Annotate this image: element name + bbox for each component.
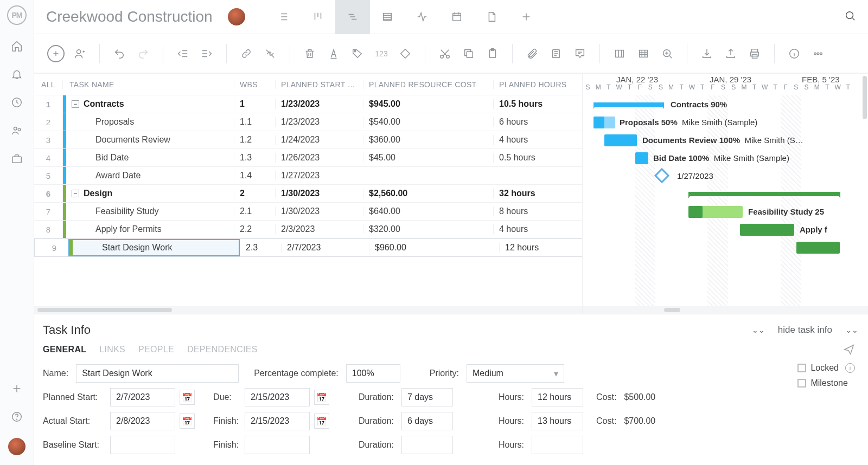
- chevron-down-icon[interactable]: ⌄⌄: [845, 326, 858, 334]
- calendar-icon[interactable]: 📅: [180, 414, 195, 429]
- add-person-button[interactable]: [71, 45, 88, 62]
- table-row[interactable]: 4Bid Date1.31/26/2023$45.000.5 hours: [34, 149, 582, 167]
- table-row[interactable]: 9Start Design Work2.32/7/2023$960.0012 h…: [34, 238, 582, 257]
- table-row[interactable]: 1−Contracts11/23/2023$945.0010.5 hours: [34, 95, 582, 113]
- bfinish-input[interactable]: [245, 436, 310, 454]
- plus-icon[interactable]: [10, 382, 24, 396]
- note-button[interactable]: [547, 45, 565, 62]
- milestone-marker[interactable]: [654, 168, 669, 183]
- view-gantt-icon[interactable]: [335, 0, 370, 34]
- undo-button[interactable]: [111, 45, 128, 62]
- col-hours[interactable]: PLANNED HOURS: [493, 80, 579, 89]
- bdur-input[interactable]: [401, 436, 453, 454]
- pct-input[interactable]: [346, 364, 400, 383]
- clock-icon[interactable]: [10, 95, 24, 109]
- text-format-button[interactable]: [325, 45, 342, 62]
- astart-input[interactable]: [110, 412, 175, 430]
- collapse-icon[interactable]: −: [72, 190, 79, 197]
- view-calendar-icon[interactable]: [439, 0, 474, 34]
- tag-button[interactable]: [349, 45, 366, 62]
- table-row[interactable]: 5Award Date1.41/27/2023: [34, 167, 582, 185]
- home-icon[interactable]: [10, 39, 24, 53]
- search-icon[interactable]: [844, 10, 856, 24]
- help-icon[interactable]: [10, 410, 24, 424]
- attach-button[interactable]: [524, 45, 541, 62]
- unlink-button[interactable]: [261, 45, 279, 62]
- priority-select[interactable]: Medium: [467, 364, 564, 383]
- ahrs-input[interactable]: [532, 412, 583, 430]
- send-icon[interactable]: [843, 344, 855, 358]
- info-button[interactable]: [786, 45, 803, 62]
- info-icon[interactable]: i: [845, 363, 855, 373]
- col-all[interactable]: ALL: [34, 80, 62, 89]
- table-row[interactable]: 8Apply for Permits2.22/3/2023$320.004 ho…: [34, 221, 582, 238]
- people-icon[interactable]: [10, 124, 24, 138]
- milestone-icon[interactable]: [397, 45, 414, 62]
- table-row[interactable]: 2Proposals1.11/23/2023$540.006 hours: [34, 113, 582, 131]
- table-row[interactable]: 7Feasibility Study2.11/30/2023$640.008 h…: [34, 203, 582, 221]
- due-input[interactable]: [245, 388, 310, 406]
- gantt-horizontal-scrollbar[interactable]: [583, 306, 868, 314]
- zoom-button[interactable]: [659, 45, 676, 62]
- calendar-icon[interactable]: 📅: [314, 414, 329, 429]
- add-task-button[interactable]: [47, 45, 65, 62]
- gantt-vertical-scrollbar[interactable]: [863, 76, 867, 119]
- import-button[interactable]: [698, 45, 716, 62]
- outdent-button[interactable]: [174, 45, 192, 62]
- tab-people[interactable]: PEOPLE: [138, 345, 174, 354]
- view-list-icon[interactable]: [266, 0, 301, 34]
- bell-icon[interactable]: [10, 67, 24, 81]
- print-button[interactable]: [746, 45, 763, 62]
- number-button[interactable]: 123: [373, 45, 390, 62]
- gantt-label: Feasibility Study 25: [748, 207, 824, 216]
- bstart-input[interactable]: [110, 436, 175, 454]
- view-sheet-icon[interactable]: [370, 0, 405, 34]
- indent-button[interactable]: [198, 45, 215, 62]
- tab-links[interactable]: LINKS: [99, 345, 125, 354]
- locked-checkbox[interactable]: Lockedi: [797, 363, 855, 373]
- paste-button[interactable]: [484, 45, 501, 62]
- grid-button[interactable]: [635, 45, 652, 62]
- col-taskname[interactable]: TASK NAME: [62, 80, 234, 89]
- export-button[interactable]: [722, 45, 739, 62]
- view-board-icon[interactable]: [301, 0, 335, 34]
- view-activity-icon[interactable]: [405, 0, 439, 34]
- redo-button[interactable]: [135, 45, 152, 62]
- briefcase-icon[interactable]: [10, 152, 24, 166]
- pdur-input[interactable]: [401, 388, 453, 406]
- gantt-chart[interactable]: JAN, 22 '23JAN, 29 '23FEB, 5 '23 SMTWTFS…: [582, 74, 868, 314]
- columns-button[interactable]: [611, 45, 628, 62]
- name-input[interactable]: [76, 364, 239, 383]
- tab-general[interactable]: GENERAL: [43, 345, 86, 354]
- user-avatar[interactable]: [8, 438, 25, 455]
- col-wbs[interactable]: WBS: [234, 80, 275, 89]
- calendar-icon[interactable]: 📅: [180, 390, 195, 405]
- collapse-icon[interactable]: −: [72, 100, 79, 108]
- view-add-icon[interactable]: [509, 0, 544, 34]
- app-logo[interactable]: PM: [7, 5, 27, 25]
- more-button[interactable]: [809, 45, 827, 62]
- col-start[interactable]: PLANNED START …: [275, 80, 363, 89]
- cut-button[interactable]: [436, 45, 454, 62]
- project-avatar[interactable]: [228, 8, 245, 25]
- table-row[interactable]: 6−Design21/30/2023$2,560.0032 hours: [34, 185, 582, 203]
- taskinfo-title: Task Info: [43, 323, 91, 337]
- grid-horizontal-scrollbar[interactable]: [34, 306, 582, 314]
- link-button[interactable]: [238, 45, 255, 62]
- copy-button[interactable]: [460, 45, 477, 62]
- hide-taskinfo-button[interactable]: hide task info: [778, 325, 832, 335]
- adur-input[interactable]: [401, 412, 453, 430]
- delete-button[interactable]: [301, 45, 318, 62]
- phrs-input[interactable]: [532, 388, 583, 406]
- calendar-icon[interactable]: 📅: [314, 390, 329, 405]
- table-row[interactable]: 3Documents Review1.21/24/2023$360.004 ho…: [34, 131, 582, 149]
- comment-button[interactable]: [571, 45, 589, 62]
- pstart-input[interactable]: [110, 388, 175, 406]
- tab-dependencies[interactable]: DEPENDENCIES: [187, 345, 258, 354]
- milestone-checkbox[interactable]: Milestone: [797, 378, 855, 388]
- bhrs-input[interactable]: [532, 436, 583, 454]
- chevron-down-icon[interactable]: ⌄⌄: [752, 326, 765, 334]
- view-file-icon[interactable]: [474, 0, 509, 34]
- col-cost[interactable]: PLANNED RESOURCE COST: [363, 80, 493, 89]
- afinish-input[interactable]: [245, 412, 310, 430]
